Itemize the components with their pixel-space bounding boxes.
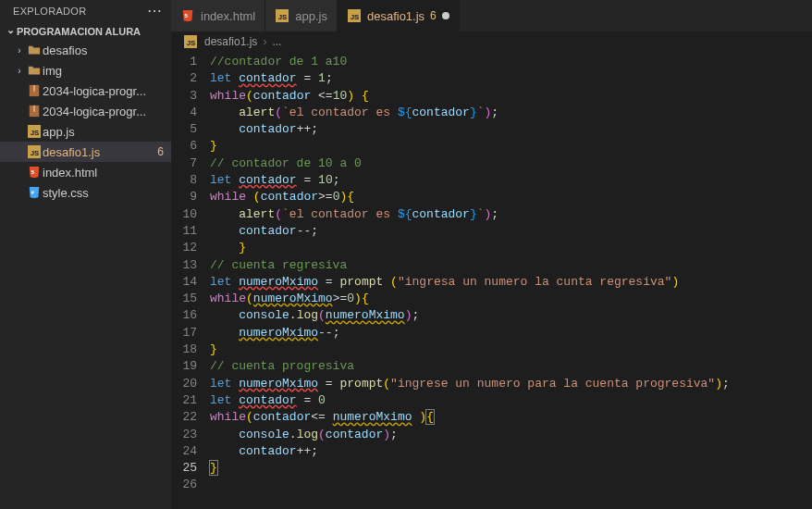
- file-name: index.html: [43, 166, 171, 180]
- svg-text:JS: JS: [278, 13, 288, 21]
- explorer-title: EXPLORADOR: [13, 6, 147, 17]
- code-editor[interactable]: 1234567891011121314151617181920212223242…: [171, 52, 812, 509]
- file-name: 2034-logica-progr...: [43, 105, 171, 118]
- explorer-sidebar: EXPLORADOR ⋯ ⌄ PROGRAMACION ALURA ›desaf…: [0, 0, 171, 509]
- file-name: 2034-logica-progr...: [43, 84, 171, 98]
- js-icon: JS: [182, 35, 199, 48]
- html-icon: 5: [180, 9, 195, 22]
- breadcrumb[interactable]: JS desafio1.js › ...: [171, 31, 812, 52]
- breadcrumb-separator-icon: ›: [263, 35, 266, 48]
- code-lines[interactable]: //contador de 1 a10let contador = 1;whil…: [210, 52, 730, 509]
- breadcrumb-file: desafio1.js: [204, 35, 257, 48]
- tab-label: index.html: [201, 9, 255, 23]
- folder-icon: [26, 64, 43, 77]
- chevron-down-icon: ⌄: [4, 24, 17, 36]
- css-icon: #: [26, 186, 43, 199]
- file-tree-item[interactable]: 2034-logica-progr...: [0, 101, 171, 121]
- file-tree-item[interactable]: ›img: [0, 60, 171, 81]
- editor-area: 5index.htmlJSapp.jsJSdesafio1.js6 JS des…: [171, 0, 812, 509]
- zip-icon: [26, 84, 43, 97]
- file-tree-item[interactable]: 5index.html: [0, 162, 171, 182]
- dirty-indicator-icon: [442, 12, 449, 19]
- chevron-right-icon: ›: [13, 45, 26, 56]
- js-icon: JS: [26, 145, 43, 158]
- chevron-right-icon: ›: [13, 66, 26, 76]
- svg-rect-1: [33, 85, 35, 92]
- explorer-header: EXPLORADOR ⋯: [0, 0, 171, 22]
- zip-icon: [26, 105, 43, 118]
- editor-tab[interactable]: JSdesafio1.js6: [338, 0, 460, 31]
- line-gutter: 1234567891011121314151617181920212223242…: [171, 52, 210, 509]
- js-icon: JS: [26, 125, 43, 138]
- svg-text:JS: JS: [31, 149, 40, 157]
- section-title: PROGRAMACION ALURA: [17, 26, 141, 37]
- tab-problem-count: 6: [430, 9, 437, 22]
- svg-text:5: 5: [31, 168, 35, 175]
- svg-text:5: 5: [185, 12, 189, 19]
- svg-text:JS: JS: [31, 129, 40, 137]
- tab-label: desafio1.js: [367, 9, 424, 23]
- html-icon: 5: [26, 166, 43, 179]
- file-tree-item[interactable]: ›desafios: [0, 40, 171, 60]
- file-tree-item[interactable]: #style.css: [0, 182, 171, 203]
- file-name: desafios: [43, 43, 171, 57]
- file-name: img: [43, 64, 171, 78]
- more-icon[interactable]: ⋯: [147, 6, 162, 16]
- file-tree-item[interactable]: 2034-logica-progr...: [0, 81, 171, 101]
- svg-rect-3: [33, 106, 35, 112]
- file-name: app.js: [43, 125, 171, 139]
- file-name: desafio1.js: [43, 145, 157, 159]
- svg-text:#: #: [31, 189, 35, 195]
- svg-text:JS: JS: [351, 13, 360, 21]
- tab-label: app.js: [295, 9, 327, 23]
- folder-section-header[interactable]: ⌄ PROGRAMACION ALURA: [0, 22, 171, 40]
- file-name: style.css: [43, 186, 171, 200]
- svg-text:JS: JS: [187, 39, 196, 47]
- js-icon: JS: [347, 9, 362, 22]
- folder-icon: [26, 43, 43, 56]
- js-icon: JS: [275, 9, 289, 22]
- tab-bar: 5index.htmlJSapp.jsJSdesafio1.js6: [171, 0, 812, 31]
- file-tree: ›desafios›img2034-logica-progr...2034-lo…: [0, 40, 171, 203]
- file-tree-item[interactable]: JSdesafio1.js6: [0, 142, 171, 162]
- breadcrumb-more: ...: [272, 35, 281, 48]
- file-tree-item[interactable]: JSapp.js: [0, 121, 171, 142]
- editor-tab[interactable]: JSapp.js: [265, 0, 338, 31]
- problem-badge: 6: [157, 145, 164, 158]
- editor-tab[interactable]: 5index.html: [171, 0, 265, 31]
